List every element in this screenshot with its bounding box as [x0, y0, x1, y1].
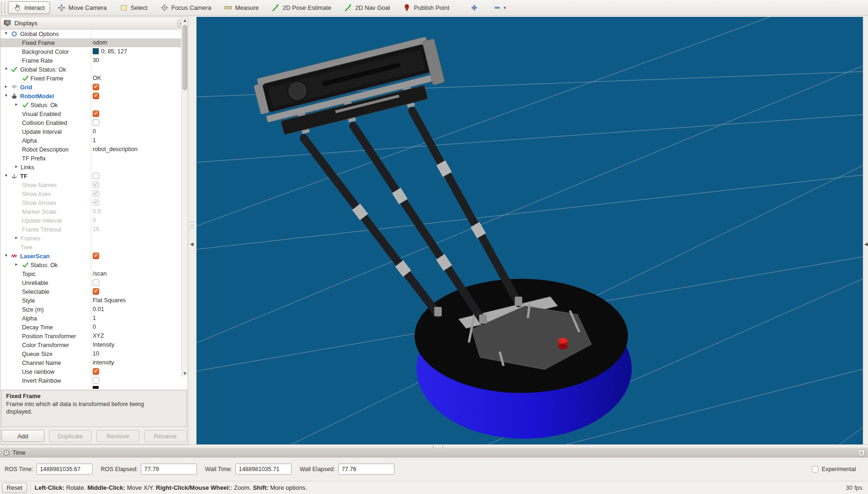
- tree-row-value[interactable]: [93, 182, 99, 188]
- expand-arrow-icon[interactable]: ▸: [14, 102, 19, 107]
- collapse-arrow-icon[interactable]: ▾: [3, 30, 9, 36]
- tree-row-alpha[interactable]: Alpha1: [0, 136, 188, 145]
- collapse-left-icon[interactable]: ◀: [190, 241, 194, 247]
- tree-row-status-ok[interactable]: ▸Status: Ok: [0, 261, 188, 269]
- tree-row-fixed-frame[interactable]: Fixed Frameodom: [0, 38, 188, 47]
- tree-row-style[interactable]: StyleFlat Squares: [0, 296, 188, 305]
- tree-row-unreliable[interactable]: Unreliable: [0, 278, 188, 287]
- tree-row-tf-prefix[interactable]: TF Prefix: [0, 154, 188, 163]
- checkbox[interactable]: [93, 368, 99, 375]
- tree-row-alpha[interactable]: Alpha1: [0, 314, 188, 323]
- measure-tool-button[interactable]: Measure: [219, 1, 264, 14]
- collapse-arrow-icon[interactable]: ▾: [3, 173, 9, 178]
- tree-row-use-rainbow[interactable]: Use rainbow: [0, 367, 188, 376]
- displays-tree[interactable]: ▾Global OptionsFixed FrameodomBackground…: [0, 29, 188, 389]
- time-close-button[interactable]: [858, 450, 865, 456]
- tree-row-color-transformer[interactable]: Color TransformerIntensity: [0, 341, 188, 349]
- expand-arrow-icon[interactable]: ▸: [14, 262, 19, 267]
- experimental-checkbox[interactable]: [812, 466, 818, 472]
- checkbox[interactable]: [93, 110, 99, 117]
- select-tool-button[interactable]: Select: [114, 1, 153, 14]
- splitter-grip[interactable]: [433, 446, 443, 447]
- chevron-down-icon[interactable]: ▼: [503, 6, 507, 10]
- tree-row-value[interactable]: [93, 279, 99, 286]
- tree-row-invert-rainbow[interactable]: Invert Rainbow: [0, 376, 188, 385]
- tree-row-global-options[interactable]: ▾Global Options: [0, 29, 188, 38]
- tree-row-global-status-ok[interactable]: ▾Global Status: Ok: [0, 65, 188, 74]
- left-splitter[interactable]: ◀: [188, 17, 197, 444]
- tree-row-links[interactable]: ▸Links: [0, 163, 188, 172]
- tree-row-visual-enabled[interactable]: Visual Enabled: [0, 109, 188, 118]
- tree-row-update-interval[interactable]: Update Interval0: [0, 127, 188, 136]
- tree-row-marker-scale[interactable]: Marker Scale0.5: [0, 207, 188, 216]
- scrollbar-thumb[interactable]: [182, 25, 187, 90]
- tree-row-show-axes[interactable]: Show Axes: [0, 189, 188, 198]
- checkbox[interactable]: [93, 119, 99, 126]
- tree-row-frame-timeout[interactable]: Frame Timeout15: [0, 225, 188, 234]
- tree-row-show-names[interactable]: Show Names: [0, 181, 188, 189]
- bottom-splitter[interactable]: [0, 444, 868, 448]
- add-tool-button[interactable]: [467, 2, 481, 14]
- displays-panel-header[interactable]: Displays: [0, 17, 188, 29]
- interact-tool-button[interactable]: Interact: [8, 1, 50, 14]
- tree-row-queue-size[interactable]: Queue Size10: [0, 349, 188, 358]
- tree-row-size-m-[interactable]: Size (m)0.01: [0, 305, 188, 314]
- checkbox[interactable]: [93, 84, 99, 90]
- tree-row-robotmodel[interactable]: ▾RobotModel: [0, 92, 188, 101]
- tree-row-value[interactable]: [93, 110, 99, 117]
- checkbox[interactable]: [93, 199, 99, 206]
- tree-row-value[interactable]: [93, 377, 99, 384]
- checkbox[interactable]: [93, 377, 99, 384]
- tree-row-value[interactable]: [93, 93, 99, 99]
- focus-camera-tool-button[interactable]: Focus Camera: [155, 1, 217, 14]
- remove-tool-button[interactable]: ▼: [490, 2, 511, 14]
- tree-row-decay-time[interactable]: Decay Time0: [0, 323, 188, 332]
- tree-row-value[interactable]: [93, 84, 99, 90]
- time-field-input[interactable]: [141, 464, 197, 475]
- tree-scrollbar[interactable]: ▲ ▼: [181, 17, 188, 377]
- 2d-pose-estimate-tool-button[interactable]: 2D Pose Estimate: [266, 1, 337, 14]
- tree-row-value[interactable]: [93, 368, 99, 375]
- checkbox[interactable]: [93, 279, 99, 286]
- tree-row-value[interactable]: [93, 173, 99, 179]
- checkbox[interactable]: [93, 253, 99, 259]
- publish-point-tool-button[interactable]: Publish Point: [397, 1, 455, 14]
- collapse-arrow-icon[interactable]: ▾: [3, 253, 9, 258]
- tree-row-value[interactable]: [93, 190, 99, 197]
- time-field-input[interactable]: [235, 464, 292, 475]
- time-field-input[interactable]: [36, 464, 93, 475]
- tree-row-frame-rate[interactable]: Frame Rate30: [0, 56, 188, 65]
- checkbox[interactable]: [93, 190, 99, 197]
- checkbox[interactable]: [93, 93, 99, 99]
- tree-row-laserscan[interactable]: ▾LaserScan: [0, 252, 188, 261]
- checkbox[interactable]: [93, 288, 99, 295]
- tree-row-value[interactable]: [93, 119, 99, 126]
- tree-row-fixed-frame[interactable]: Fixed FrameOK: [0, 74, 188, 83]
- tree-row-robot-description[interactable]: Robot Descriptionrobot_description: [0, 145, 188, 154]
- expand-arrow-icon[interactable]: ▸: [3, 84, 9, 89]
- expand-arrow-icon[interactable]: ▸: [14, 164, 19, 169]
- tree-row-background-color[interactable]: Background Color0; 85; 127: [0, 47, 188, 56]
- checkbox[interactable]: [93, 182, 99, 188]
- tree-row-tf[interactable]: ▾TF: [0, 172, 188, 181]
- toolbar-drag-handle[interactable]: [1, 2, 5, 14]
- 2d-nav-goal-tool-button[interactable]: 2D Nav Goal: [339, 1, 395, 14]
- tree-row-tree[interactable]: Tree: [0, 243, 188, 252]
- time-field-input[interactable]: [338, 464, 394, 475]
- tree-row-grid[interactable]: ▸Grid: [0, 83, 188, 92]
- tree-row-show-arrows[interactable]: Show Arrows: [0, 198, 188, 207]
- expand-arrow-icon[interactable]: ▸: [14, 235, 19, 240]
- splitter-grip[interactable]: [190, 222, 194, 228]
- reset-button[interactable]: Reset: [2, 483, 27, 493]
- tree-row-collision-enabled[interactable]: Collision Enabled: [0, 118, 188, 127]
- scroll-down-icon[interactable]: ▼: [182, 370, 188, 377]
- tree-row-partial[interactable]: [0, 385, 188, 389]
- tree-row-value[interactable]: [93, 288, 99, 295]
- checkbox[interactable]: [93, 173, 99, 179]
- collapse-right-icon[interactable]: ◀: [864, 241, 868, 247]
- render-viewport[interactable]: [197, 17, 863, 444]
- collapse-arrow-icon[interactable]: ▾: [3, 93, 9, 98]
- tree-row-position-transformer[interactable]: Position TransformerXYZ: [0, 332, 188, 341]
- right-splitter[interactable]: ◀: [863, 17, 868, 444]
- tree-row-topic[interactable]: Topic/scan: [0, 269, 188, 278]
